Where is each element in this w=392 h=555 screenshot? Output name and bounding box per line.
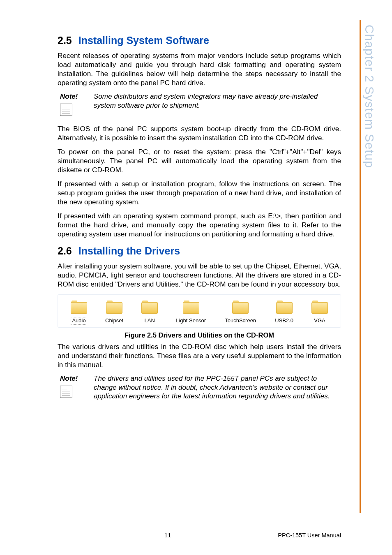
folder-usb20[interactable]: USB2.0 [274,301,294,325]
folder-icon [141,301,158,314]
footer: 11 PPC-155T User Manual [58,532,341,539]
folder-lan[interactable]: LAN [141,301,158,325]
folder-icon [311,301,328,314]
folder-icon [232,301,249,314]
heading-2-5: 2.5Installing System Software [58,34,341,47]
folder-label: TouchScreen [224,317,257,325]
folder-row: Audio Chipset LAN Light Sensor TouchScre… [58,294,341,328]
note-label: Note! [60,374,88,383]
folder-chipset[interactable]: Chipset [104,301,124,325]
folder-lightsensor[interactable]: Light Sensor [175,301,207,325]
note-icon [60,104,72,116]
folder-label: VGA [313,317,326,325]
paragraph: If presented with a setup or installatio… [58,179,341,206]
folder-icon [183,301,199,314]
note-left: Note! [60,92,88,116]
note-block: Note! Some distributors and system integ… [60,92,341,116]
folder-label: LAN [144,317,156,325]
heading-title: Installing the Drivers [78,245,180,257]
paragraph: After installing your system software, y… [58,261,341,289]
note-block: Note! The drivers and utilities used for… [60,374,341,401]
note-text: Some distributors and system integrators… [94,92,341,116]
heading-num: 2.5 [58,35,72,46]
note-text: The drivers and utilities used for the P… [94,374,341,401]
folder-label: USB2.0 [274,317,294,325]
folder-label: Chipset [104,317,124,325]
paragraph: Recent releases of operating systems fro… [58,51,341,87]
folder-icon [71,301,87,314]
side-tab: Chapter 2 System Setup [362,25,381,255]
heading-num: 2.6 [58,245,72,257]
doc-title: PPC-155T User Manual [278,532,341,539]
folder-audio[interactable]: Audio [71,301,87,325]
note-icon [60,386,72,398]
folder-touchscreen[interactable]: TouchScreen [224,301,257,325]
page-number: 11 [164,532,171,539]
folder-icon [106,301,122,314]
paragraph: The various drivers and utilities in the… [58,342,341,369]
paragraph: If presented with an operating system co… [58,211,341,238]
side-tab-text: Chapter 2 System Setup [362,25,376,168]
folder-label: Light Sensor [175,317,207,325]
note-left: Note! [60,374,88,401]
figure-caption: Figure 2.5 Drivers and Utilities on the … [58,331,341,340]
folder-label: Audio [71,317,87,325]
heading-2-6: 2.6Installing the Drivers [58,244,341,257]
heading-title: Installing System Software [78,35,209,46]
side-rule [360,20,361,513]
paragraph: To power on the panel PC, or to reset th… [58,147,341,174]
folder-vga[interactable]: VGA [311,301,328,325]
paragraph: The BIOS of the panel PC supports system… [58,124,341,142]
folder-icon [276,301,293,314]
note-label: Note! [60,92,88,101]
